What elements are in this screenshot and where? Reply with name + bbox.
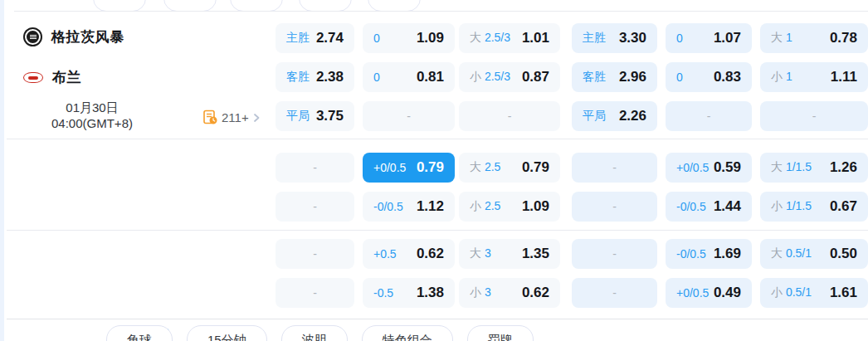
odds-cell-empty: - xyxy=(572,239,657,269)
no-odds-dash: - xyxy=(707,110,711,123)
odds-cell[interactable]: -0/0.51.44 xyxy=(666,192,752,222)
odds-cell-empty: - xyxy=(572,278,657,308)
odds-cell[interactable]: 大 31.35 xyxy=(459,239,560,269)
document-clock-icon xyxy=(202,110,218,125)
odds-label: -0/0.5 xyxy=(676,200,706,213)
away-team-name: 布兰 xyxy=(52,68,81,87)
odds-cell[interactable]: -0.51.38 xyxy=(363,278,455,308)
odds-label: 小 2.5 xyxy=(470,199,500,214)
odds-cell[interactable]: +0/0.50.79 xyxy=(363,153,455,183)
no-odds-dash: - xyxy=(612,286,617,300)
odds-label: 客胜 xyxy=(286,70,310,85)
odds-value: 2.96 xyxy=(619,69,646,85)
bottom-tab[interactable]: 罚牌 xyxy=(467,325,534,341)
odds-cell[interactable]: 平局3.75 xyxy=(276,101,354,131)
odds-cell-empty: - xyxy=(276,192,354,222)
home-team-row[interactable]: 格拉茨风暴 xyxy=(23,27,124,46)
away-team-crest-icon xyxy=(23,72,43,83)
odds-cell[interactable]: 平局2.26 xyxy=(572,101,657,131)
top-filter-pill[interactable] xyxy=(93,0,146,12)
odds-label: +0.5 xyxy=(373,247,397,261)
section-divider xyxy=(7,230,868,231)
odds-cell[interactable]: 01.07 xyxy=(666,23,752,53)
odds-cell[interactable]: +0/0.50.59 xyxy=(666,153,752,183)
top-filter-pill[interactable] xyxy=(299,0,352,12)
away-team-row[interactable]: 布兰 xyxy=(23,68,81,87)
odds-cell[interactable]: +0/0.50.49 xyxy=(666,278,752,308)
odds-value: 0.62 xyxy=(417,246,444,262)
odds-label: -0/0.5 xyxy=(373,200,403,213)
odds-value: 3.75 xyxy=(316,108,344,124)
odds-cell[interactable]: -0/0.51.12 xyxy=(363,192,455,222)
top-divider xyxy=(14,11,868,12)
odds-value: 2.74 xyxy=(316,30,344,46)
odds-value: 2.38 xyxy=(316,69,344,85)
odds-cell[interactable]: 小 2.5/30.87 xyxy=(459,62,560,92)
odds-cell[interactable]: 大 2.50.79 xyxy=(459,153,560,183)
odds-cell[interactable]: 00.81 xyxy=(363,62,455,92)
home-team-name: 格拉茨风暴 xyxy=(51,27,124,46)
home-team-crest-icon xyxy=(23,27,42,46)
odds-cell[interactable]: 客胜2.38 xyxy=(276,62,354,92)
bottom-tab[interactable]: 特色组合 xyxy=(362,325,453,341)
odds-cell[interactable]: 大 2.5/31.01 xyxy=(459,23,560,53)
odds-value: 1.61 xyxy=(830,285,857,301)
odds-value: 0.49 xyxy=(714,285,741,301)
bottom-tab[interactable]: 角球 xyxy=(106,325,173,341)
odds-value: 0.79 xyxy=(417,159,444,176)
no-odds-dash: - xyxy=(612,161,617,174)
odds-cell[interactable]: 小 11.11 xyxy=(760,62,868,92)
odds-page: 格拉茨风暴 布兰 01月30日 04:00(GMT+8) 211+ 主胜2.74… xyxy=(0,0,868,341)
odds-cell[interactable]: 小 1/1.50.67 xyxy=(760,192,868,222)
odds-value: 0.62 xyxy=(522,285,549,301)
odds-cell[interactable]: 小 0.5/11.61 xyxy=(760,278,868,308)
odds-cell[interactable]: 小 2.51.09 xyxy=(459,192,560,222)
odds-label: 0 xyxy=(373,32,380,45)
top-filter-pill[interactable] xyxy=(230,0,283,12)
top-filter-pill[interactable] xyxy=(163,0,217,12)
odds-value: 1.44 xyxy=(714,198,741,215)
odds-label: 平局 xyxy=(286,109,310,124)
odds-label: +0/0.5 xyxy=(676,286,709,300)
top-filter-pill[interactable] xyxy=(368,0,421,12)
match-date: 01月30日 xyxy=(21,100,163,115)
odds-label: 主胜 xyxy=(583,31,606,46)
odds-cell[interactable]: 大 1/1.51.26 xyxy=(760,153,868,183)
bottom-tab[interactable]: 15分钟 xyxy=(187,325,267,341)
odds-cell[interactable]: 大 10.78 xyxy=(760,23,868,53)
odds-cell-empty: - xyxy=(666,101,752,131)
page-edge-strip xyxy=(0,0,4,341)
odds-label: 0 xyxy=(373,71,380,84)
odds-cell[interactable]: -0/0.51.69 xyxy=(666,239,752,269)
odds-cell[interactable]: 小 30.62 xyxy=(459,278,560,308)
odds-label: 大 2.5/3 xyxy=(470,31,510,46)
odds-cell[interactable]: 主胜2.74 xyxy=(276,23,354,53)
odds-cell[interactable]: 00.83 xyxy=(666,62,752,92)
odds-label: 大 0.5/1 xyxy=(771,246,812,261)
no-odds-dash: - xyxy=(313,200,317,213)
odds-label: +0/0.5 xyxy=(373,161,406,174)
odds-label: 大 1 xyxy=(771,31,792,46)
extra-markets-button[interactable]: 211+ xyxy=(202,110,261,125)
match-time: 04:00(GMT+8) xyxy=(21,115,163,131)
odds-cell[interactable]: +0.50.62 xyxy=(363,239,455,269)
bottom-tab[interactable]: 波胆 xyxy=(281,325,348,341)
odds-cell-empty: - xyxy=(459,101,560,131)
odds-cell[interactable]: 主胜3.30 xyxy=(572,23,657,53)
odds-cell[interactable]: 客胜2.96 xyxy=(572,62,657,92)
odds-cell[interactable]: 大 0.5/10.50 xyxy=(760,239,868,269)
no-odds-dash: - xyxy=(612,200,617,213)
odds-value: 3.30 xyxy=(619,30,646,46)
odds-value: 0.59 xyxy=(714,159,741,176)
odds-label: 0 xyxy=(676,32,683,45)
odds-value: 0.50 xyxy=(830,246,857,262)
odds-label: -0.5 xyxy=(373,286,393,300)
bottom-divider xyxy=(7,319,868,319)
odds-value: 1.26 xyxy=(830,159,857,176)
odds-value: 1.12 xyxy=(417,198,444,215)
odds-value: 1.38 xyxy=(417,285,444,301)
odds-value: 1.11 xyxy=(831,69,857,85)
odds-cell[interactable]: 01.09 xyxy=(363,23,455,53)
odds-cell-empty: - xyxy=(276,153,354,183)
odds-label: 小 3 xyxy=(470,285,491,300)
